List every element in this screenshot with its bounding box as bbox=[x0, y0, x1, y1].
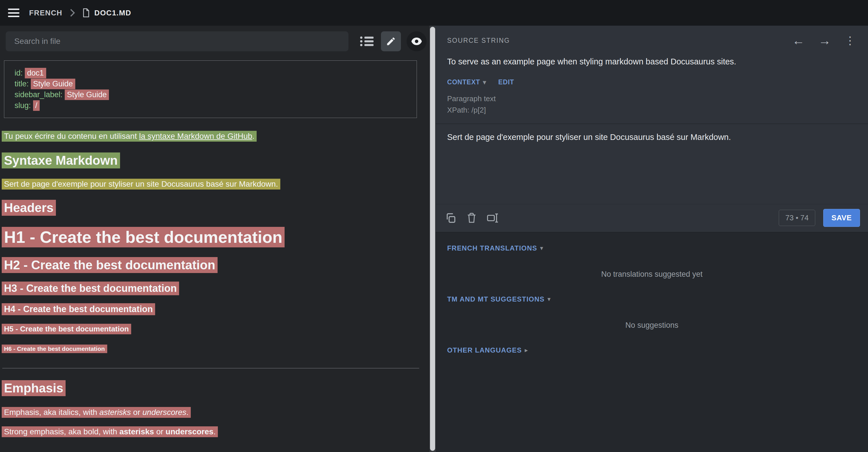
next-string-icon[interactable]: → bbox=[817, 34, 832, 47]
heading-syntaxe-markdown: Syntaxe Markdown bbox=[2, 153, 422, 168]
clear-translation-icon[interactable] bbox=[464, 210, 479, 226]
heading-h5: H5 - Create the best documentation bbox=[2, 325, 422, 333]
heading-h1: H1 - Create the best documentation bbox=[2, 227, 422, 247]
translatable-string[interactable]: doc1 bbox=[25, 68, 46, 78]
translated-string[interactable]: Syntaxe Markdown bbox=[2, 153, 120, 168]
tm-empty-message: No suggestions bbox=[447, 321, 857, 330]
scrollbar-thumb[interactable] bbox=[430, 27, 435, 451]
translatable-string[interactable]: Style Guide bbox=[31, 79, 75, 89]
translatable-string[interactable]: H6 - Create the best documentation bbox=[2, 345, 107, 353]
breadcrumb-project[interactable]: FRENCH bbox=[29, 8, 62, 18]
copy-source-icon[interactable] bbox=[442, 210, 459, 226]
file-icon bbox=[83, 8, 90, 18]
strings-list-icon[interactable] bbox=[359, 31, 375, 51]
translation-editor-panel: SOURCE STRING ← → ⋮ To serve as an examp… bbox=[436, 26, 868, 452]
search-input[interactable] bbox=[6, 31, 348, 51]
heading-emphasis: Emphasis bbox=[2, 381, 422, 395]
left-panel-scrollbar[interactable] bbox=[429, 26, 436, 452]
heading-h4: H4 - Create the best documentation bbox=[2, 304, 422, 314]
translations-empty-message: No translations suggested yet bbox=[447, 270, 857, 279]
chevron-right-icon bbox=[70, 8, 75, 17]
context-details: Paragraph text XPath: /p[2] bbox=[436, 86, 868, 116]
translatable-string[interactable]: Emphasis, aka italics, with asterisks or… bbox=[2, 407, 191, 418]
frontmatter-key: title: bbox=[14, 79, 31, 88]
chevron-right-icon: ▸ bbox=[525, 347, 528, 354]
frontmatter-key: slug: bbox=[14, 101, 33, 110]
context-toggle[interactable]: CONTEXT▾ bbox=[447, 78, 486, 86]
translatable-string[interactable]: Strong emphasis, aka bold, with asterisk… bbox=[2, 426, 218, 437]
frontmatter-key: id: bbox=[14, 69, 25, 77]
translatable-string[interactable]: Style Guide bbox=[65, 90, 109, 100]
translation-input[interactable]: Sert de page d'exemple pour styliser un … bbox=[436, 124, 868, 204]
translatable-string[interactable]: H1 - Create the best documentation bbox=[2, 227, 285, 247]
paragraph-emphasis: Emphasis, aka italics, with asterisks or… bbox=[2, 408, 422, 417]
source-string-label: SOURCE STRING bbox=[447, 37, 510, 44]
file-preview-panel: id: doc1 title: Style Guide sidebar_labe… bbox=[0, 26, 429, 452]
section-other-languages[interactable]: OTHER LANGUAGES▸ bbox=[447, 346, 857, 354]
heading-headers: Headers bbox=[2, 201, 422, 215]
active-string[interactable]: Sert de page d'exemple pour styliser un … bbox=[2, 179, 280, 190]
topbar: FRENCH DOC1.MD bbox=[0, 0, 868, 26]
document-preview: id: doc1 title: Style Guide sidebar_labe… bbox=[0, 55, 429, 452]
heading-h2: H2 - Create the best documentation bbox=[2, 258, 422, 272]
frontmatter-line: slug: / bbox=[14, 100, 416, 111]
frontmatter-line: sidebar_label: Style Guide bbox=[14, 89, 416, 100]
section-french-translations[interactable]: FRENCH TRANSLATIONS▾ bbox=[447, 244, 857, 252]
save-button[interactable]: SAVE bbox=[823, 209, 860, 227]
translatable-string[interactable]: / bbox=[33, 100, 40, 111]
previous-string-icon[interactable]: ← bbox=[791, 34, 806, 47]
editor-top-section: SOURCE STRING ← → ⋮ To serve as an examp… bbox=[436, 26, 868, 232]
heading-h6: H6 - Create the best documentation bbox=[2, 346, 422, 352]
edit-context-link[interactable]: EDIT bbox=[498, 78, 514, 86]
frontmatter-key: sidebar_label: bbox=[14, 90, 65, 99]
character-counter: 73 • 74 bbox=[779, 210, 815, 226]
chevron-down-icon: ▾ bbox=[483, 79, 487, 86]
source-string-text: To serve as an example page when styling… bbox=[436, 47, 868, 66]
frontmatter-line: id: doc1 bbox=[14, 68, 416, 78]
section-tm-mt-suggestions[interactable]: TM AND MT SUGGESTIONS▾ bbox=[447, 295, 857, 303]
context-type: Paragraph text bbox=[447, 93, 857, 104]
heading-h3: H3 - Create the best documentation bbox=[2, 283, 422, 294]
paragraph-strong: Strong emphasis, aka bold, with asterisk… bbox=[2, 427, 422, 436]
markdown-link[interactable]: la syntaxe Markdown de GitHub bbox=[139, 132, 252, 140]
app-window: FRENCH DOC1.MD bbox=[0, 0, 868, 452]
editor-toolbar: 73 • 74 SAVE bbox=[436, 204, 868, 232]
context-xpath: XPath: /p[2] bbox=[447, 104, 857, 116]
translated-string[interactable]: Tu peux écrire du contenu en utilisant l… bbox=[2, 131, 257, 142]
suggestions-section: FRENCH TRANSLATIONS▾ No translations sug… bbox=[436, 232, 868, 452]
translatable-string[interactable]: H5 - Create the best documentation bbox=[2, 324, 131, 334]
preview-mode-button[interactable] bbox=[407, 31, 427, 51]
paragraph-selected: Sert de page d'exemple pour styliser un … bbox=[2, 180, 422, 189]
translatable-string[interactable]: H3 - Create the best documentation bbox=[2, 282, 179, 295]
chevron-down-icon: ▾ bbox=[540, 245, 543, 252]
edit-mode-button[interactable] bbox=[381, 31, 401, 51]
translatable-string[interactable]: Emphasis bbox=[2, 380, 66, 396]
frontmatter-line: title: Style Guide bbox=[14, 78, 416, 89]
horizontal-rule bbox=[2, 368, 419, 368]
menu-icon[interactable] bbox=[8, 8, 20, 17]
translatable-string[interactable]: H4 - Create the best documentation bbox=[2, 303, 155, 315]
frontmatter-block: id: doc1 title: Style Guide sidebar_labe… bbox=[4, 60, 417, 118]
paragraph-intro: Tu peux écrire du contenu en utilisant l… bbox=[2, 132, 422, 141]
breadcrumb-file: DOC1.MD bbox=[94, 8, 131, 18]
more-options-icon[interactable]: ⋮ bbox=[845, 35, 856, 46]
select-string-icon[interactable] bbox=[485, 210, 501, 226]
translatable-string[interactable]: H2 - Create the best documentation bbox=[2, 257, 218, 273]
translatable-string[interactable]: Headers bbox=[2, 200, 56, 216]
chevron-down-icon: ▾ bbox=[548, 295, 551, 303]
